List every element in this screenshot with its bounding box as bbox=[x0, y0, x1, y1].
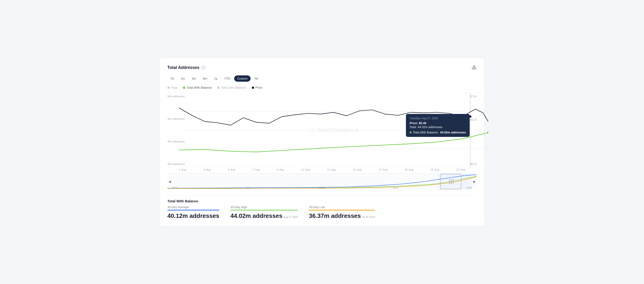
x-axis: 1. Aug 3. Aug 5. Aug 7. Aug 9. Aug 11. A… bbox=[168, 167, 476, 171]
mini-chart[interactable]: 2020 2021 2022 2023 2024 ◀ ▶ bbox=[168, 173, 476, 190]
main-chart-area: IntoTheBlock bbox=[179, 93, 488, 167]
legend-dot bbox=[168, 87, 170, 89]
stat-high-value: 44.02m addressesAug 27 2024 bbox=[230, 212, 298, 219]
filter-btn-3m[interactable]: 3m bbox=[189, 75, 199, 82]
main-chart-svg bbox=[179, 93, 488, 167]
svg-point-9 bbox=[486, 131, 488, 134]
stat-low-label: 30-Day Low bbox=[309, 205, 375, 209]
legend-dot bbox=[252, 87, 254, 89]
filter-btn-7d[interactable]: 7d bbox=[168, 75, 177, 82]
filter-btn-all[interactable]: All bbox=[252, 75, 261, 82]
time-filters: 7d1m3m6m1yYTDCustomAll bbox=[168, 75, 476, 82]
filter-btn-6m[interactable]: 6m bbox=[200, 75, 210, 82]
mini-chart-svg bbox=[168, 174, 476, 190]
scroll-left-arrow[interactable]: ◀ bbox=[168, 180, 172, 183]
stat-average: 30-Day Average 40.12m addresses bbox=[168, 205, 219, 219]
stats-title: Total With Balance bbox=[168, 199, 476, 203]
stat-high-underline bbox=[230, 210, 298, 210]
svg-rect-11 bbox=[438, 174, 472, 190]
legend-item-total[interactable]: Total bbox=[168, 86, 177, 89]
stat-high: 30-Day High 44.02m addressesAug 27 2024 bbox=[230, 205, 298, 219]
stat-average-label: 30-Day Average bbox=[168, 205, 219, 209]
svg-point-10 bbox=[469, 115, 472, 118]
legend-item-total-zero-balance[interactable]: Total Zero Balance bbox=[217, 86, 246, 89]
stats-row: 30-Day Average 40.12m addresses 30-Day H… bbox=[168, 205, 476, 219]
legend-item-price[interactable]: Price bbox=[252, 86, 262, 89]
main-card: Total Addresses ? 7d1m3m6m1yYTDCustomAll… bbox=[160, 58, 484, 226]
stat-low-value: 36.37m addressesJul 29 2024 bbox=[309, 212, 375, 219]
legend: TotalTotal With BalanceTotal Zero Balanc… bbox=[168, 86, 476, 89]
download-icon[interactable] bbox=[472, 65, 476, 71]
card-title: Total Addresses bbox=[168, 65, 199, 70]
filter-btn-custom[interactable]: Custom bbox=[234, 75, 250, 82]
filter-btn-ytd[interactable]: YTD bbox=[221, 75, 233, 82]
chart-wrapper: 50m addresses 45m addresses 40m addresse… bbox=[168, 93, 476, 190]
legend-item-total-with-balance[interactable]: Total With Balance bbox=[183, 86, 212, 89]
title-row: Total Addresses ? bbox=[168, 65, 206, 70]
legend-dot bbox=[217, 87, 220, 89]
stat-high-label: 30-Day High bbox=[230, 205, 298, 209]
scroll-right-arrow[interactable]: ▶ bbox=[472, 180, 476, 183]
stat-average-value: 40.12m addresses bbox=[168, 212, 219, 219]
help-icon[interactable]: ? bbox=[201, 66, 206, 70]
stat-low-underline bbox=[309, 210, 375, 210]
stat-high-date: Aug 27 2024 bbox=[283, 215, 298, 218]
stat-low-date: Jul 29 2024 bbox=[362, 215, 375, 218]
stat-low: 30-Day Low 36.37m addressesJul 29 2024 bbox=[309, 205, 375, 219]
card-header: Total Addresses ? bbox=[168, 65, 476, 71]
filter-btn-1m[interactable]: 1m bbox=[178, 75, 188, 82]
legend-dot bbox=[183, 87, 185, 89]
stats-section: Total With Balance 30-Day Average 40.12m… bbox=[168, 195, 476, 219]
stat-average-underline bbox=[168, 210, 219, 210]
filter-btn-1y[interactable]: 1y bbox=[211, 75, 220, 82]
